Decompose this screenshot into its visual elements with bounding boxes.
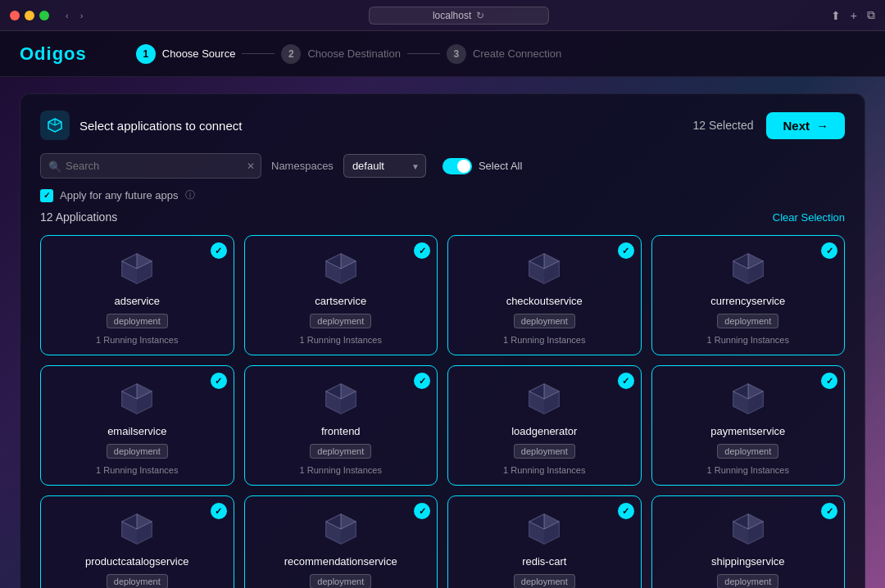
app-card-checkmark: ✓ bbox=[618, 242, 634, 259]
search-clear-icon[interactable]: ✕ bbox=[247, 161, 255, 172]
step-3-number: 3 bbox=[447, 44, 466, 64]
app-card-checkmark: ✓ bbox=[821, 242, 837, 259]
app-card[interactable]: ✓ cartservice deployment 1 Running Insta… bbox=[244, 235, 438, 355]
app-icon bbox=[524, 379, 564, 418]
next-button[interactable]: Next → bbox=[766, 112, 845, 139]
filter-row: 🔍 ✕ Namespaces default production stagin… bbox=[40, 153, 845, 179]
app-card[interactable]: ✓ loadgenerator deployment 1 Running Ins… bbox=[447, 365, 642, 486]
step-1-label: Choose Source bbox=[162, 47, 236, 60]
app-icon bbox=[321, 379, 361, 418]
minimize-button[interactable] bbox=[25, 11, 34, 20]
app-card-checkmark: ✓ bbox=[414, 242, 430, 259]
maximize-button[interactable] bbox=[39, 11, 49, 20]
panel-icon bbox=[40, 111, 70, 140]
app-name: adservice bbox=[114, 295, 160, 307]
search-icon: 🔍 bbox=[48, 160, 61, 172]
future-apps-checkbox[interactable]: ✓ bbox=[40, 189, 53, 202]
app-icon bbox=[321, 509, 361, 549]
app-name: paymentservice bbox=[710, 425, 785, 437]
app-icon bbox=[728, 379, 768, 418]
apps-count: 12 Applications bbox=[40, 210, 117, 224]
app-badge: deployment bbox=[717, 444, 778, 459]
namespace-select[interactable]: default production staging bbox=[343, 154, 426, 178]
app-instances: 1 Running Instances bbox=[96, 465, 178, 475]
app-badge: deployment bbox=[514, 574, 575, 588]
app-name: frontend bbox=[321, 425, 361, 437]
checkbox-label: Apply for any future apps bbox=[60, 189, 179, 201]
app-icon bbox=[117, 249, 157, 288]
app-icon bbox=[117, 379, 157, 418]
app-card[interactable]: ✓ emailservice deployment 1 Running Inst… bbox=[40, 365, 234, 486]
app-card-checkmark: ✓ bbox=[414, 373, 430, 389]
check-icon: ✓ bbox=[43, 191, 50, 200]
step-connector-1 bbox=[242, 53, 275, 54]
app-name: redis-cart bbox=[522, 555, 566, 568]
app-card[interactable]: ✓ adservice deployment 1 Running Instanc… bbox=[40, 235, 234, 355]
panel-title: Select applications to connect bbox=[79, 119, 242, 133]
apps-count-row: 12 Applications Clear Selection bbox=[40, 210, 845, 224]
url-text: localhost bbox=[433, 10, 471, 21]
app-name: checkoutservice bbox=[506, 295, 583, 307]
app-card-checkmark: ✓ bbox=[211, 503, 227, 519]
forward-button[interactable]: › bbox=[77, 9, 87, 22]
selected-count: 12 Selected bbox=[693, 119, 754, 132]
step-1: 1 Choose Source bbox=[136, 44, 236, 64]
app-card[interactable]: ✓ frontend deployment 1 Running Instance… bbox=[244, 365, 438, 486]
close-button[interactable] bbox=[10, 11, 20, 20]
app-instances: 1 Running Instances bbox=[300, 335, 382, 345]
share-icon[interactable]: ⬆ bbox=[831, 9, 841, 22]
step-2-number: 2 bbox=[281, 44, 301, 64]
app-instances: 1 Running Instances bbox=[503, 465, 585, 475]
step-3: 3 Create Connection bbox=[447, 44, 561, 64]
app-instances: 1 Running Instances bbox=[503, 335, 585, 345]
app-card[interactable]: ✓ redis-cart deployment 1 Running Instan… bbox=[447, 495, 642, 588]
app-icon bbox=[728, 249, 768, 288]
app-card[interactable]: ✓ currencyservice deployment 1 Running I… bbox=[651, 235, 846, 355]
app-badge: deployment bbox=[310, 574, 371, 588]
app-badge: deployment bbox=[717, 574, 778, 588]
app-card[interactable]: ✓ recommendationservice deployment 1 Run… bbox=[244, 495, 438, 588]
info-icon[interactable]: ⓘ bbox=[185, 188, 195, 202]
step-3-label: Create Connection bbox=[473, 47, 561, 60]
app-card[interactable]: ✓ checkoutservice deployment 1 Running I… bbox=[447, 235, 642, 355]
app-icon bbox=[728, 509, 768, 549]
select-all-toggle[interactable] bbox=[442, 158, 472, 174]
browser-content: Odigos 1 Choose Source 2 Choose Destinat… bbox=[0, 31, 885, 588]
app-name: recommendationservice bbox=[284, 555, 397, 568]
app-card[interactable]: ✓ shippingservice deployment 1 Running I… bbox=[651, 495, 846, 588]
search-input[interactable] bbox=[40, 153, 261, 179]
titlebar-right: ⬆ + ⧉ bbox=[831, 8, 875, 22]
refresh-icon[interactable]: ↻ bbox=[476, 10, 484, 21]
step-2: 2 Choose Destination bbox=[281, 44, 400, 64]
app-badge: deployment bbox=[107, 314, 168, 328]
tabs-icon[interactable]: ⧉ bbox=[867, 8, 875, 22]
search-container: 🔍 ✕ bbox=[40, 153, 261, 179]
nav-controls: ‹ › bbox=[62, 9, 86, 22]
clear-selection-button[interactable]: Clear Selection bbox=[773, 211, 845, 224]
main-panel: Select applications to connect 12 Select… bbox=[20, 93, 865, 588]
select-all-label: Select All bbox=[479, 160, 522, 172]
app-card[interactable]: ✓ paymentservice deployment 1 Running In… bbox=[651, 365, 846, 486]
app-name: loadgenerator bbox=[511, 425, 577, 437]
app-badge: deployment bbox=[310, 444, 371, 459]
titlebar-center: localhost ↻ bbox=[93, 7, 824, 25]
new-tab-icon[interactable]: + bbox=[851, 9, 857, 22]
app-name: cartservice bbox=[315, 295, 366, 307]
app-card-checkmark: ✓ bbox=[821, 503, 837, 519]
app-badge: deployment bbox=[514, 314, 575, 328]
app-icon bbox=[524, 509, 564, 549]
app-card-checkmark: ✓ bbox=[618, 373, 634, 389]
app-badge: deployment bbox=[717, 314, 778, 328]
app-badge: deployment bbox=[514, 444, 575, 459]
app-badge: deployment bbox=[107, 574, 168, 588]
main-content: Select applications to connect 12 Select… bbox=[0, 77, 885, 588]
app-instances: 1 Running Instances bbox=[707, 465, 789, 475]
checkbox-row: ✓ Apply for any future apps ⓘ bbox=[40, 188, 845, 202]
titlebar: ‹ › localhost ↻ ⬆ + ⧉ bbox=[0, 0, 885, 31]
traffic-lights bbox=[10, 11, 49, 20]
app-card[interactable]: ✓ productcatalogservice deployment 1 Run… bbox=[40, 495, 234, 588]
app-card-checkmark: ✓ bbox=[618, 503, 634, 519]
step-2-label: Choose Destination bbox=[307, 47, 400, 60]
back-button[interactable]: ‹ bbox=[62, 9, 72, 22]
url-bar[interactable]: localhost ↻ bbox=[369, 7, 549, 25]
